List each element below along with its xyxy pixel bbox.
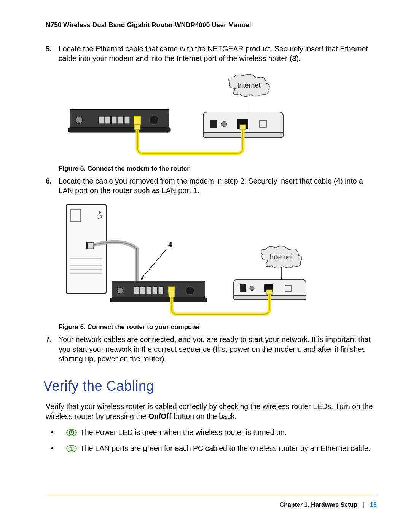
bullet-power-led: The Power LED is green when the wireless… [51, 427, 373, 439]
step-6: 6. Locate the cable you removed from the… [46, 176, 373, 196]
svg-rect-44 [140, 287, 145, 294]
svg-rect-51 [266, 290, 272, 295]
svg-rect-46 [152, 287, 157, 294]
page-footer: Chapter 1. Hardware Setup | 13 [46, 496, 377, 508]
svg-rect-29 [88, 243, 93, 249]
svg-line-31 [141, 249, 166, 279]
manual-page: N750 Wireless Dual Band Gigabit Router W… [0, 0, 411, 532]
figure-6-caption: Figure 6. Connect the router to your com… [59, 323, 373, 331]
step-number: 5. [46, 44, 52, 54]
svg-rect-15 [134, 116, 141, 125]
svg-rect-18 [240, 125, 246, 130]
svg-rect-8 [68, 128, 170, 132]
svg-rect-11 [105, 116, 110, 124]
internet-label: Internet [269, 253, 293, 261]
step-text-tail: ). [296, 54, 301, 62]
step-5: 5. Locate the Ethernet cable that came w… [46, 44, 373, 64]
internet-label: Internet [237, 81, 260, 89]
power-led-icon [66, 429, 77, 439]
instruction-steps: 5. Locate the Ethernet cable that came w… [46, 44, 373, 64]
step-text: Locate the cable you removed from the mo… [59, 177, 336, 185]
bullet-text: The Power LED is green when the wireless… [80, 428, 287, 436]
led-bullet-list: The Power LED is green when the wireless… [51, 427, 373, 455]
svg-rect-41 [110, 298, 207, 302]
svg-point-16 [149, 115, 158, 125]
step-cable-ref: 4 [336, 177, 340, 185]
svg-rect-36 [240, 284, 246, 292]
section-intro: Verify that your wireless router is cabl… [46, 402, 373, 421]
svg-rect-17 [134, 125, 140, 130]
footer-chapter: Chapter 1. Hardware Setup [280, 502, 358, 508]
svg-point-37 [250, 286, 254, 291]
step-port-ref: 3 [292, 54, 296, 62]
figure-6-diagram: 4 Internet [59, 203, 325, 317]
lan-1-led-icon: 1 [66, 445, 77, 455]
intro-text-b: button on the back. [172, 412, 237, 420]
svg-rect-3 [210, 120, 217, 128]
document-header: N750 Wireless Dual Band Gigabit Router W… [46, 21, 377, 29]
svg-point-49 [186, 286, 194, 295]
svg-rect-47 [158, 287, 163, 294]
svg-rect-13 [118, 116, 123, 124]
step-7: 7. Your network cables are connected, an… [46, 335, 373, 364]
step-text: Locate the Ethernet cable that came with… [59, 45, 368, 62]
svg-rect-14 [124, 116, 130, 124]
step-number: 7. [46, 335, 52, 344]
svg-rect-45 [146, 287, 151, 294]
section-heading: Verify the Cabling [43, 378, 373, 394]
svg-marker-32 [141, 275, 144, 280]
footer-separator: | [363, 502, 365, 508]
instruction-steps-cont: 6. Locate the cable you removed from the… [46, 176, 373, 196]
figure-6: 4 Internet [59, 203, 373, 319]
page-content: 5. Locate the Ethernet cable that came w… [46, 44, 373, 455]
callout-4: 4 [168, 241, 172, 249]
step-number: 6. [46, 176, 52, 186]
figure-5-caption: Figure 5. Connect the modem to the route… [59, 165, 373, 173]
instruction-steps-cont2: 7. Your network cables are connected, an… [46, 335, 373, 364]
svg-rect-12 [112, 116, 117, 124]
svg-point-42 [117, 288, 123, 294]
bullet-text: The LAN ports are green for each PC cabl… [80, 444, 370, 452]
svg-rect-10 [99, 116, 104, 124]
svg-rect-50 [169, 292, 175, 297]
svg-text:1: 1 [70, 446, 73, 452]
svg-point-4 [221, 121, 227, 127]
figure-5-diagram: Internet [59, 71, 295, 159]
step-text: Your network cables are connected, and y… [59, 335, 371, 363]
svg-point-21 [99, 211, 101, 214]
svg-point-9 [76, 117, 83, 123]
bullet-lan-led: 1 The LAN ports are green for each PC ca… [51, 443, 373, 455]
figure-5: Internet [59, 71, 373, 160]
onoff-bold: On/Off [148, 412, 172, 420]
footer-page-number: 13 [370, 502, 377, 508]
svg-rect-43 [134, 287, 139, 294]
